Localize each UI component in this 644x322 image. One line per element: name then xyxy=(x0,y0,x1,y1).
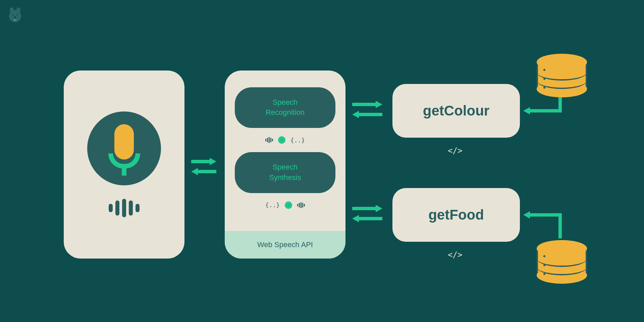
mini-waveform-icon xyxy=(265,137,273,143)
recognition-label-1: Speech xyxy=(241,97,329,108)
bidirectional-arrows-getcolour xyxy=(352,101,382,118)
getcolour-function-card: getColour xyxy=(392,84,520,138)
text-to-audio-conversion: {..} → xyxy=(235,201,335,209)
code-icon: </> xyxy=(448,146,462,155)
svg-point-2 xyxy=(9,10,21,22)
svg-rect-6 xyxy=(14,19,15,21)
recognition-label-2: Recognition xyxy=(241,107,329,118)
microphone-icon xyxy=(87,111,161,185)
svg-point-4 xyxy=(16,14,18,15)
waveform-icon xyxy=(109,199,140,217)
web-speech-api-label: Web Speech API xyxy=(225,231,345,259)
speech-synthesis-pill: Speech Synthesis xyxy=(235,152,335,193)
web-speech-api-card: Speech Recognition → {..} Speech Synthes… xyxy=(225,71,345,259)
microphone-card xyxy=(64,71,184,259)
database-icon-bottom xyxy=(537,240,587,280)
audio-to-text-conversion: → {..} xyxy=(235,136,335,144)
svg-rect-7 xyxy=(15,19,16,21)
getfood-label: getFood xyxy=(428,207,484,223)
getfood-function-card: getFood xyxy=(392,188,520,242)
code-icon: </> xyxy=(448,250,462,260)
speech-recognition-pill: Speech Recognition xyxy=(235,87,335,128)
bidirectional-arrows-getfood xyxy=(352,205,382,222)
arrow-right-icon: → xyxy=(285,201,292,209)
json-braces-icon: {..} xyxy=(290,137,305,144)
arrow-right-icon: → xyxy=(278,136,285,144)
svg-point-5 xyxy=(14,16,16,18)
synthesis-label-2: Synthesis xyxy=(241,173,329,183)
getcolour-label: getColour xyxy=(423,103,489,119)
mini-waveform-icon xyxy=(297,202,305,208)
json-braces-icon: {..} xyxy=(265,201,280,209)
bidirectional-arrows-mic-speech xyxy=(191,158,216,175)
brand-logo xyxy=(7,7,23,24)
synthesis-label-1: Speech xyxy=(241,162,329,173)
database-icon-top xyxy=(537,54,587,94)
svg-point-3 xyxy=(12,14,14,15)
architecture-diagram: Speech Recognition → {..} Speech Synthes… xyxy=(37,27,607,295)
